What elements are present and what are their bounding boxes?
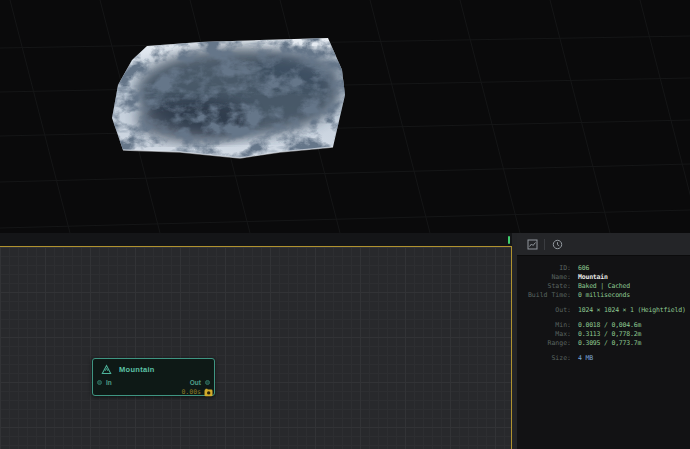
node-build-time-row: 0.00s [93, 387, 214, 397]
terrain-mesh [112, 38, 345, 158]
node-in-port[interactable]: In [97, 379, 112, 386]
3d-viewport[interactable] [0, 0, 690, 233]
toolbar-separator [544, 239, 545, 250]
node-info-panel: ID: 606 Name: Mountain State: Baked | Ca… [517, 233, 690, 449]
bottom-panels: Mountain In Out 0.00s [0, 233, 690, 449]
mountain-icon [101, 364, 112, 375]
node-header: Mountain [93, 359, 214, 375]
out-port-label: Out [190, 379, 201, 386]
viewport-grid [0, 0, 690, 233]
pinned-marker-icon[interactable] [204, 388, 213, 397]
info-row-min: Min: 0.0018 / 0,004.6m [517, 321, 690, 330]
out-port-dot[interactable] [205, 380, 210, 385]
node-graph-canvas[interactable]: Mountain In Out 0.00s [0, 246, 512, 449]
graph-activity-indicator [508, 236, 510, 244]
node-graph-panel: Mountain In Out 0.00s [0, 233, 512, 449]
info-row-size: Size: 4 MB [517, 354, 690, 363]
viewport-scene [0, 0, 690, 233]
info-row-state: State: Baked | Cached [517, 282, 690, 291]
terrain-app-window: Mountain In Out 0.00s [0, 0, 690, 449]
info-panel-toolbar [517, 233, 690, 256]
node-info-list: ID: 606 Name: Mountain State: Baked | Ca… [517, 256, 690, 363]
in-port-dot[interactable] [97, 380, 102, 385]
info-row-out: Out: 1024 × 1024 × 1 (Heightfield) [517, 306, 690, 315]
info-row-build-time: Build Time: 0 milliseconds [517, 291, 690, 300]
chart-icon[interactable] [524, 236, 540, 252]
info-row-max: Max: 0.3113 / 0,778.2m [517, 330, 690, 339]
info-row-id: ID: 606 [517, 264, 690, 273]
node-ports: In Out [93, 378, 214, 386]
info-row-range: Range: 0.3095 / 0,773.7m [517, 339, 690, 348]
node-title: Mountain [119, 365, 155, 374]
build-time-label: 0.00s [181, 388, 201, 396]
node-out-port[interactable]: Out [190, 379, 210, 386]
in-port-label: In [106, 379, 112, 386]
clock-icon[interactable] [549, 236, 565, 252]
info-row-name: Name: Mountain [517, 273, 690, 282]
mountain-node[interactable]: Mountain In Out 0.00s [92, 358, 215, 396]
